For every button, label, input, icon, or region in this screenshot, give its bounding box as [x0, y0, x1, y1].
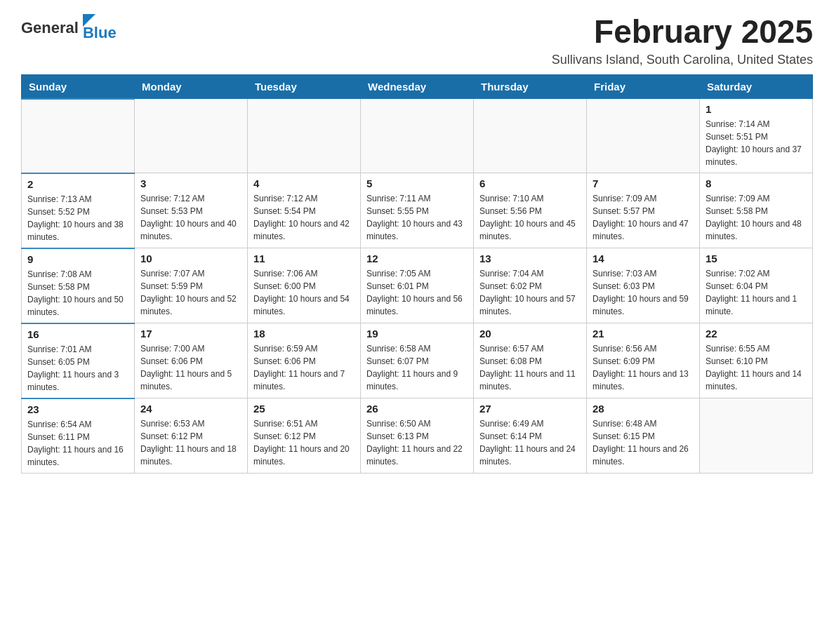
calendar-cell: 18Sunrise: 6:59 AMSunset: 6:06 PMDayligh… — [248, 323, 361, 398]
title-block: February 2025 Sullivans Island, South Ca… — [552, 14, 813, 67]
day-info: Sunrise: 7:10 AMSunset: 5:56 PMDaylight:… — [479, 192, 581, 243]
day-info: Sunrise: 6:49 AMSunset: 6:14 PMDaylight:… — [479, 417, 581, 468]
day-info: Sunrise: 7:07 AMSunset: 5:59 PMDaylight:… — [140, 267, 241, 318]
day-info: Sunrise: 6:50 AMSunset: 6:13 PMDaylight:… — [366, 417, 468, 468]
day-info: Sunrise: 7:02 AMSunset: 6:04 PMDaylight:… — [706, 267, 807, 318]
day-info: Sunrise: 6:55 AMSunset: 6:10 PMDaylight:… — [706, 342, 807, 393]
page-header: General Blue February 2025 Sullivans Isl… — [21, 14, 813, 67]
day-number: 14 — [593, 253, 694, 264]
calendar-cell: 24Sunrise: 6:53 AMSunset: 6:12 PMDayligh… — [135, 398, 248, 474]
day-info: Sunrise: 6:53 AMSunset: 6:12 PMDaylight:… — [140, 417, 241, 468]
weekday-header-sunday: Sunday — [22, 74, 135, 99]
calendar-week-row: 23Sunrise: 6:54 AMSunset: 6:11 PMDayligh… — [22, 398, 813, 474]
day-info: Sunrise: 7:13 AMSunset: 5:52 PMDaylight:… — [27, 193, 128, 243]
day-number: 27 — [479, 403, 581, 415]
day-number: 2 — [27, 178, 128, 190]
calendar-cell: 6Sunrise: 7:10 AMSunset: 5:56 PMDaylight… — [474, 173, 587, 248]
day-number: 23 — [27, 403, 128, 415]
calendar-cell — [700, 398, 813, 474]
calendar-cell: 14Sunrise: 7:03 AMSunset: 6:03 PMDayligh… — [587, 248, 700, 323]
day-number: 9 — [27, 253, 128, 265]
calendar-cell: 15Sunrise: 7:02 AMSunset: 6:04 PMDayligh… — [700, 248, 813, 323]
day-info: Sunrise: 6:59 AMSunset: 6:06 PMDaylight:… — [253, 342, 355, 393]
weekday-header-saturday: Saturday — [700, 74, 813, 99]
calendar-cell: 28Sunrise: 6:48 AMSunset: 6:15 PMDayligh… — [587, 398, 700, 474]
month-title: February 2025 — [552, 14, 813, 50]
calendar-cell — [587, 99, 700, 173]
calendar-cell: 16Sunrise: 7:01 AMSunset: 6:05 PMDayligh… — [22, 323, 135, 398]
calendar-cell: 1Sunrise: 7:14 AMSunset: 5:51 PMDaylight… — [700, 99, 813, 173]
day-info: Sunrise: 6:56 AMSunset: 6:09 PMDaylight:… — [593, 342, 694, 393]
day-info: Sunrise: 7:00 AMSunset: 6:06 PMDaylight:… — [140, 342, 241, 393]
day-number: 18 — [253, 328, 355, 340]
calendar-cell — [22, 99, 135, 173]
calendar-cell: 5Sunrise: 7:11 AMSunset: 5:55 PMDaylight… — [361, 173, 474, 248]
calendar-week-row: 2Sunrise: 7:13 AMSunset: 5:52 PMDaylight… — [22, 173, 813, 248]
day-info: Sunrise: 7:12 AMSunset: 5:53 PMDaylight:… — [140, 192, 241, 243]
calendar-cell: 19Sunrise: 6:58 AMSunset: 6:07 PMDayligh… — [361, 323, 474, 398]
calendar-cell: 23Sunrise: 6:54 AMSunset: 6:11 PMDayligh… — [22, 398, 135, 474]
day-number: 26 — [366, 403, 468, 415]
day-number: 10 — [140, 253, 241, 264]
day-info: Sunrise: 7:09 AMSunset: 5:58 PMDaylight:… — [706, 192, 807, 243]
calendar-cell: 3Sunrise: 7:12 AMSunset: 5:53 PMDaylight… — [135, 173, 248, 248]
calendar-cell: 13Sunrise: 7:04 AMSunset: 6:02 PMDayligh… — [474, 248, 587, 323]
weekday-header-thursday: Thursday — [474, 74, 587, 99]
calendar-week-row: 1Sunrise: 7:14 AMSunset: 5:51 PMDaylight… — [22, 99, 813, 173]
calendar-table: SundayMondayTuesdayWednesdayThursdayFrid… — [21, 74, 813, 474]
day-number: 8 — [706, 177, 807, 189]
day-number: 21 — [593, 328, 694, 340]
calendar-cell: 17Sunrise: 7:00 AMSunset: 6:06 PMDayligh… — [135, 323, 248, 398]
day-info: Sunrise: 7:08 AMSunset: 5:58 PMDaylight:… — [27, 268, 128, 318]
weekday-header-friday: Friday — [587, 74, 700, 99]
day-number: 28 — [593, 403, 694, 415]
calendar-cell: 8Sunrise: 7:09 AMSunset: 5:58 PMDaylight… — [700, 173, 813, 248]
weekday-header-tuesday: Tuesday — [248, 74, 361, 99]
calendar-cell: 26Sunrise: 6:50 AMSunset: 6:13 PMDayligh… — [361, 398, 474, 474]
day-number: 20 — [479, 328, 581, 340]
calendar-cell: 21Sunrise: 6:56 AMSunset: 6:09 PMDayligh… — [587, 323, 700, 398]
logo-general: General — [21, 19, 79, 37]
day-number: 17 — [140, 328, 241, 340]
day-info: Sunrise: 6:48 AMSunset: 6:15 PMDaylight:… — [593, 417, 694, 468]
calendar-cell: 25Sunrise: 6:51 AMSunset: 6:12 PMDayligh… — [248, 398, 361, 474]
calendar-cell: 4Sunrise: 7:12 AMSunset: 5:54 PMDaylight… — [248, 173, 361, 248]
calendar-cell: 22Sunrise: 6:55 AMSunset: 6:10 PMDayligh… — [700, 323, 813, 398]
calendar-cell — [248, 99, 361, 173]
calendar-cell: 12Sunrise: 7:05 AMSunset: 6:01 PMDayligh… — [361, 248, 474, 323]
logo: General Blue — [21, 14, 117, 42]
day-number: 7 — [593, 177, 694, 189]
day-number: 15 — [706, 253, 807, 264]
day-info: Sunrise: 7:03 AMSunset: 6:03 PMDaylight:… — [593, 267, 694, 318]
calendar-cell — [361, 99, 474, 173]
day-number: 19 — [366, 328, 468, 340]
calendar-week-row: 9Sunrise: 7:08 AMSunset: 5:58 PMDaylight… — [22, 248, 813, 323]
weekday-header-monday: Monday — [135, 74, 248, 99]
day-info: Sunrise: 6:54 AMSunset: 6:11 PMDaylight:… — [27, 418, 128, 469]
weekday-header-wednesday: Wednesday — [361, 74, 474, 99]
day-number: 22 — [706, 328, 807, 340]
day-number: 11 — [253, 253, 355, 264]
day-info: Sunrise: 7:14 AMSunset: 5:51 PMDaylight:… — [706, 118, 807, 168]
calendar-cell: 27Sunrise: 6:49 AMSunset: 6:14 PMDayligh… — [474, 398, 587, 474]
calendar-cell — [474, 99, 587, 173]
day-number: 24 — [140, 403, 241, 415]
day-number: 5 — [366, 177, 468, 189]
day-number: 12 — [366, 253, 468, 264]
day-number: 4 — [253, 177, 355, 189]
day-info: Sunrise: 7:06 AMSunset: 6:00 PMDaylight:… — [253, 267, 355, 318]
day-number: 3 — [140, 177, 241, 189]
day-info: Sunrise: 7:12 AMSunset: 5:54 PMDaylight:… — [253, 192, 355, 243]
calendar-cell — [135, 99, 248, 173]
day-number: 13 — [479, 253, 581, 264]
day-number: 25 — [253, 403, 355, 415]
calendar-week-row: 16Sunrise: 7:01 AMSunset: 6:05 PMDayligh… — [22, 323, 813, 398]
day-info: Sunrise: 7:04 AMSunset: 6:02 PMDaylight:… — [479, 267, 581, 318]
day-info: Sunrise: 6:51 AMSunset: 6:12 PMDaylight:… — [253, 417, 355, 468]
day-number: 6 — [479, 177, 581, 189]
day-info: Sunrise: 7:05 AMSunset: 6:01 PMDaylight:… — [366, 267, 468, 318]
day-info: Sunrise: 7:09 AMSunset: 5:57 PMDaylight:… — [593, 192, 694, 243]
day-number: 16 — [27, 328, 128, 340]
location-title: Sullivans Island, South Carolina, United… — [552, 53, 813, 67]
calendar-cell: 2Sunrise: 7:13 AMSunset: 5:52 PMDaylight… — [22, 173, 135, 248]
